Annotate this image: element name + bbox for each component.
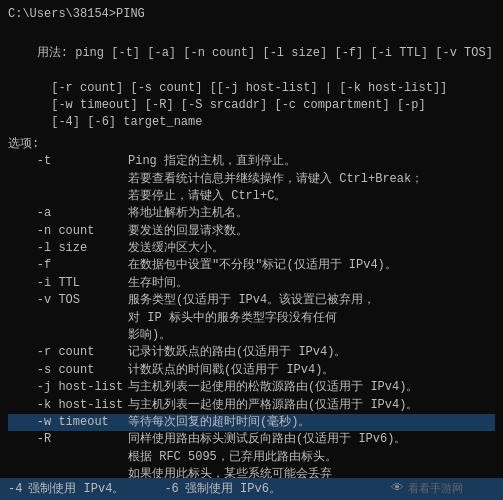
option-key: -v TOS <box>8 292 128 309</box>
option-desc: 记录计数跃点的路由(仅适用于 IPv4)。 <box>128 344 495 361</box>
option-desc: 若要停止，请键入 Ctrl+C。 <box>128 188 495 205</box>
bottom-option-key: -4 <box>8 480 22 498</box>
option-row: 对 IP 标头中的服务类型字段没有任何 <box>8 310 495 327</box>
option-key: -w timeout <box>8 414 128 431</box>
option-desc: 在数据包中设置"不分段"标记(仅适用于 IPv4)。 <box>128 257 495 274</box>
option-desc: 要发送的回显请求数。 <box>128 223 495 240</box>
option-key: -s count <box>8 362 128 379</box>
option-key: -a <box>8 205 128 222</box>
option-row: -t Ping 指定的主机，直到停止。 <box>8 153 495 170</box>
usage-line3: [-w timeout] [-R] [-S srcaddr] [-c compa… <box>8 97 495 114</box>
option-key: -t <box>8 153 128 170</box>
option-row: -n count 要发送的回显请求数。 <box>8 223 495 240</box>
option-row: -k host-list与主机列表一起使用的严格源路由(仅适用于 IPv4)。 <box>8 397 495 414</box>
option-desc: 与主机列表一起使用的严格源路由(仅适用于 IPv4)。 <box>128 397 495 414</box>
option-desc: 若要查看统计信息并继续操作，请键入 Ctrl+Break； <box>128 171 495 188</box>
usage-line2: [-r count] [-s count] [[-j host-list] | … <box>8 80 495 97</box>
option-row: -f 在数据包中设置"不分段"标记(仅适用于 IPv4)。 <box>8 257 495 274</box>
option-row: -j host-list与主机列表一起使用的松散源路由(仅适用于 IPv4)。 <box>8 379 495 396</box>
option-row: 根据 RFC 5095，已弃用此路由标头。 <box>8 449 495 466</box>
option-key: -j host-list <box>8 379 128 396</box>
option-desc: 计数跃点的时间戳(仅适用于 IPv4)。 <box>128 362 495 379</box>
option-key <box>8 171 128 188</box>
option-key: -R <box>8 431 128 448</box>
option-key: -n count <box>8 223 128 240</box>
option-row: -i TTL 生存时间。 <box>8 275 495 292</box>
option-row: -r count 记录计数跃点的路由(仅适用于 IPv4)。 <box>8 344 495 361</box>
option-desc: 发送缓冲区大小。 <box>128 240 495 257</box>
bottom-option-key: -6 <box>164 480 178 498</box>
option-desc: 等待每次回复的超时时间(毫秒)。 <box>128 414 495 431</box>
option-row: -a 将地址解析为主机名。 <box>8 205 495 222</box>
option-desc: Ping 指定的主机，直到停止。 <box>128 153 495 170</box>
option-key: -k host-list <box>8 397 128 414</box>
option-row: -w timeout 等待每次回复的超时时间(毫秒)。 <box>8 414 495 431</box>
option-key: -l size <box>8 240 128 257</box>
option-row: -s count 计数跃点的时间戳(仅适用于 IPv4)。 <box>8 362 495 379</box>
options-label: 选项: <box>8 136 495 153</box>
bottom-option-desc: 强制使用 IPv6。 <box>185 480 281 498</box>
option-row: 若要停止，请键入 Ctrl+C。 <box>8 188 495 205</box>
eye-icon: 👁 <box>391 481 404 496</box>
option-key <box>8 327 128 344</box>
option-desc: 生存时间。 <box>128 275 495 292</box>
option-key: -f <box>8 257 128 274</box>
option-key <box>8 188 128 205</box>
options-list: -t Ping 指定的主机，直到停止。 若要查看统计信息并继续操作，请键入 Ct… <box>8 153 495 500</box>
bottom-option-desc: 强制使用 IPv4。 <box>28 480 124 498</box>
option-row: -l size 发送缓冲区大小。 <box>8 240 495 257</box>
option-key <box>8 310 128 327</box>
title-line: C:\Users\38154>PING <box>8 6 495 23</box>
option-desc: 影响)。 <box>128 327 495 344</box>
option-desc: 服务类型(仅适用于 IPv4。该设置已被弃用， <box>128 292 495 309</box>
option-row: 若要查看统计信息并继续操作，请键入 Ctrl+Break； <box>8 171 495 188</box>
option-row: -v TOS 服务类型(仅适用于 IPv4。该设置已被弃用， <box>8 292 495 309</box>
option-desc: 与主机列表一起使用的松散源路由(仅适用于 IPv4)。 <box>128 379 495 396</box>
option-key <box>8 449 128 466</box>
option-desc: 根据 RFC 5095，已弃用此路由标头。 <box>128 449 495 466</box>
option-key: -r count <box>8 344 128 361</box>
bottom-option: -4强制使用 IPv4。 <box>8 480 124 498</box>
option-row: -R 同样使用路由标头测试反向路由(仅适用于 IPv6)。 <box>8 431 495 448</box>
bottom-option: -6强制使用 IPv6。 <box>164 480 280 498</box>
watermark: 👁 看看手游网 <box>391 481 463 496</box>
option-row: 影响)。 <box>8 327 495 344</box>
option-desc: 同样使用路由标头测试反向路由(仅适用于 IPv6)。 <box>128 431 495 448</box>
option-desc: 对 IP 标头中的服务类型字段没有任何 <box>128 310 495 327</box>
usage-line4: [-4] [-6] target_name <box>8 114 495 131</box>
usage-label: 用法: ping [-t] [-a] [-n count] [-l size] … <box>8 27 495 79</box>
option-desc: 将地址解析为主机名。 <box>128 205 495 222</box>
option-key: -i TTL <box>8 275 128 292</box>
terminal-window: C:\Users\38154>PING 用法: ping [-t] [-a] [… <box>0 0 503 500</box>
